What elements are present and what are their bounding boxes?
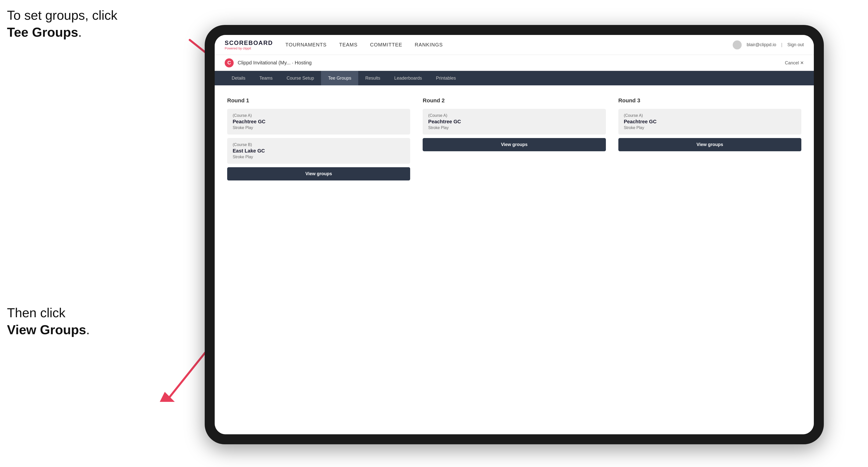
tab-results[interactable]: Results <box>358 71 387 85</box>
round-1-course-b-name: East Lake GC <box>232 148 405 154</box>
round-3-course-a-name: Peachtree GC <box>624 119 796 125</box>
tournament-name: Clippd Invitational (My... · Hosting <box>238 60 785 66</box>
tablet-screen: SCOREBOARD Powered by clippit TOURNAMENT… <box>215 35 814 434</box>
logo-sub: Powered by clippit <box>225 46 273 50</box>
round-2-course-a-card: (Course A) Peachtree GC Stroke Play <box>423 109 606 134</box>
round-1-view-groups-button[interactable]: View groups <box>227 167 410 181</box>
round-1-course-b-label: (Course B) <box>232 143 405 147</box>
user-area: blair@clippd.io | Sign out <box>733 40 804 50</box>
round-1-course-a-type: Stroke Play <box>232 126 405 130</box>
nav-links: TOURNAMENTS TEAMS COMMITTEE RANKINGS <box>285 42 733 48</box>
round-3-course-a-label: (Course A) <box>624 113 796 118</box>
round-1-title: Round 1 <box>227 97 410 104</box>
cancel-button[interactable]: Cancel ✕ <box>785 60 804 66</box>
instruction-top-bold: Tee Groups <box>7 25 78 39</box>
round-3-view-groups-button[interactable]: View groups <box>618 138 801 151</box>
instruction-bottom-bold: View Groups <box>7 322 86 337</box>
round-2-course-a-name: Peachtree GC <box>428 119 600 125</box>
tournament-logo: C <box>225 58 234 67</box>
top-nav: SCOREBOARD Powered by clippit TOURNAMENT… <box>215 35 814 55</box>
nav-teams[interactable]: TEAMS <box>339 42 358 48</box>
tab-details[interactable]: Details <box>225 71 252 85</box>
instruction-top: To set groups, click Tee Groups. <box>7 7 117 41</box>
tab-leaderboards[interactable]: Leaderboards <box>387 71 429 85</box>
round-1-course-b-card: (Course B) East Lake GC Stroke Play <box>227 138 410 164</box>
round-1-course-a-card: (Course A) Peachtree GC Stroke Play <box>227 109 410 134</box>
instruction-bottom-line1: Then click <box>7 306 65 320</box>
round-1-column: Round 1 (Course A) Peachtree GC Stroke P… <box>227 97 410 181</box>
instruction-top-line1: To set groups, click <box>7 8 117 23</box>
round-3-course-a-card: (Course A) Peachtree GC Stroke Play <box>618 109 801 134</box>
content-area: Round 1 (Course A) Peachtree GC Stroke P… <box>215 85 814 434</box>
round-3-course-a-type: Stroke Play <box>624 126 796 130</box>
rounds-container: Round 1 (Course A) Peachtree GC Stroke P… <box>227 97 801 181</box>
tab-printables[interactable]: Printables <box>429 71 463 85</box>
svg-line-2 <box>170 347 210 397</box>
tab-bar: Details Teams Course Setup Tee Groups Re… <box>215 71 814 85</box>
round-2-course-a-type: Stroke Play <box>428 126 600 130</box>
sign-out-link[interactable]: Sign out <box>787 42 804 48</box>
round-1-course-a-name: Peachtree GC <box>232 119 405 125</box>
nav-rankings[interactable]: RANKINGS <box>415 42 443 48</box>
tournament-header: C Clippd Invitational (My... · Hosting C… <box>215 55 814 71</box>
tab-course-setup[interactable]: Course Setup <box>280 71 321 85</box>
round-2-column: Round 2 (Course A) Peachtree GC Stroke P… <box>423 97 606 181</box>
user-email: blair@clippd.io <box>747 42 776 48</box>
logo-text: SCOREBOARD <box>225 39 273 46</box>
nav-tournaments[interactable]: TOURNAMENTS <box>285 42 327 48</box>
separator: | <box>781 42 782 48</box>
instruction-top-period: . <box>78 25 82 39</box>
round-2-course-a-label: (Course A) <box>428 113 600 118</box>
tab-teams[interactable]: Teams <box>252 71 280 85</box>
tab-tee-groups[interactable]: Tee Groups <box>321 71 358 85</box>
round-1-course-b-type: Stroke Play <box>232 155 405 159</box>
tablet-frame: SCOREBOARD Powered by clippit TOURNAMENT… <box>205 25 824 444</box>
instruction-bottom: Then click View Groups. <box>7 305 90 338</box>
instruction-bottom-period: . <box>86 322 90 337</box>
round-2-title: Round 2 <box>423 97 606 104</box>
round-3-column: Round 3 (Course A) Peachtree GC Stroke P… <box>618 97 801 181</box>
nav-committee[interactable]: COMMITTEE <box>370 42 402 48</box>
logo-area: SCOREBOARD Powered by clippit <box>225 39 273 50</box>
round-1-course-a-label: (Course A) <box>232 113 405 118</box>
round-3-title: Round 3 <box>618 97 801 104</box>
round-2-view-groups-button[interactable]: View groups <box>423 138 606 151</box>
user-avatar <box>733 40 742 50</box>
